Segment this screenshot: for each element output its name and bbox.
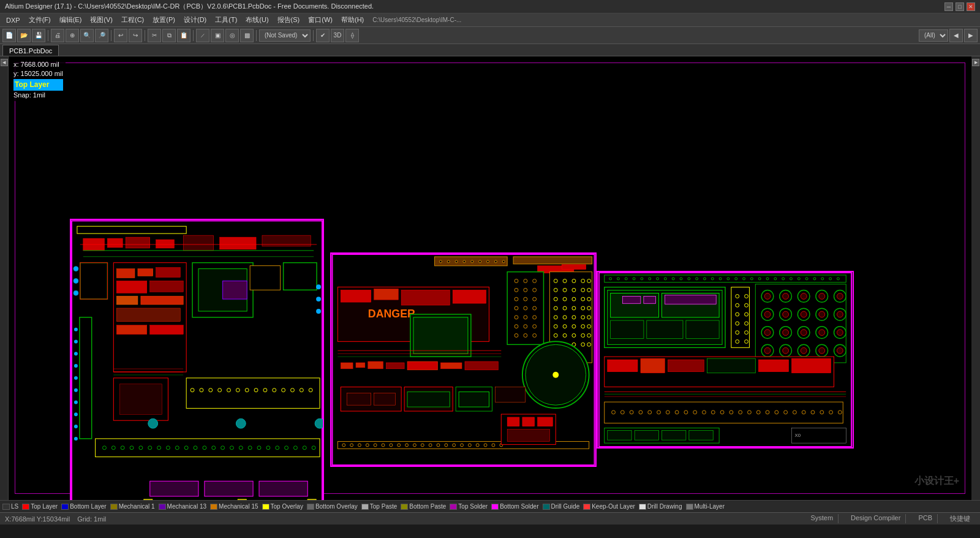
tb-via[interactable]: ◎: [225, 29, 239, 42]
svg-point-327: [764, 347, 771, 354]
layer-multi[interactable]: Multi-Layer: [686, 503, 725, 510]
layer-bottom-paste[interactable]: Bottom Paste: [401, 503, 446, 510]
status-pcb[interactable]: PCB: [913, 514, 938, 523]
tb-zoom-in[interactable]: 🔍: [80, 29, 94, 42]
tb-cut[interactable]: ✂: [148, 29, 161, 42]
svg-point-82: [248, 446, 252, 450]
tb-fill[interactable]: ▩: [240, 29, 254, 42]
menu-window[interactable]: 窗口(W): [304, 14, 336, 26]
svg-point-128: [524, 279, 527, 283]
svg-point-159: [554, 297, 557, 301]
tb-new[interactable]: 📄: [2, 29, 16, 42]
layer-top-paste[interactable]: Top Paste: [361, 503, 397, 510]
svg-point-78: [212, 446, 216, 450]
layer-top[interactable]: Top Layer: [22, 503, 58, 510]
left-panel-btn1[interactable]: ◀: [1, 59, 8, 66]
panel-collapse-btn[interactable]: ▶: [972, 59, 979, 66]
svg-point-99: [148, 419, 158, 428]
tb-zoom-fit[interactable]: ⊕: [66, 29, 79, 42]
svg-point-321: [801, 330, 807, 336]
status-system[interactable]: System: [805, 514, 839, 523]
status-shortcuts[interactable]: 快捷键: [945, 514, 975, 523]
svg-point-370: [820, 411, 824, 414]
svg-rect-31: [138, 269, 153, 276]
svg-rect-377: [689, 430, 713, 440]
svg-point-179: [554, 333, 557, 337]
layer-drill-drawing[interactable]: Drill Drawing: [639, 503, 682, 510]
svg-point-109: [463, 260, 466, 263]
svg-rect-224: [440, 363, 462, 369]
svg-point-77: [203, 446, 206, 450]
menu-view[interactable]: 视图(V): [86, 14, 116, 26]
layer-drill-guide[interactable]: Drill Guide: [543, 503, 580, 510]
tb-copy[interactable]: ⧉: [162, 29, 176, 42]
board2-circuit: DANGER: [331, 254, 595, 466]
menu-file[interactable]: 文件(F): [25, 14, 55, 26]
status-right: System Design Compiler PCB 快捷键: [805, 514, 975, 523]
layer-bottom[interactable]: Bottom Layer: [61, 503, 106, 510]
tb-open[interactable]: 📂: [17, 29, 31, 42]
menu-help[interactable]: 帮助(H): [337, 14, 368, 26]
tb-print[interactable]: 🖨: [51, 29, 64, 42]
svg-point-142: [514, 325, 518, 328]
tb-drc[interactable]: ✔: [316, 29, 330, 42]
menu-design[interactable]: 设计(D): [180, 14, 210, 26]
tb-component[interactable]: ▣: [211, 29, 224, 42]
not-saved-dropdown[interactable]: (Not Saved): [259, 29, 311, 42]
svg-point-164: [554, 306, 557, 310]
menu-project[interactable]: 工程(C): [118, 14, 148, 26]
svg-point-127: [514, 279, 518, 283]
tb-paste[interactable]: 📋: [177, 29, 190, 42]
tab-bar: PCB1.PcbDoc: [0, 44, 980, 56]
layer-top-color: [22, 504, 29, 510]
tb-wire[interactable]: ⟋: [196, 29, 209, 42]
layer-mech15-color: [210, 504, 217, 510]
layer-mech1[interactable]: Mechanical 1: [110, 503, 155, 510]
layer-top-solder[interactable]: Top Solder: [450, 503, 488, 510]
svg-point-173: [587, 316, 591, 319]
minimize-button[interactable]: ─: [944, 2, 953, 11]
menu-tools[interactable]: 工具(T): [211, 14, 241, 26]
svg-point-87: [293, 446, 297, 450]
menu-dxp[interactable]: DXP: [2, 15, 24, 25]
maximize-button[interactable]: □: [956, 2, 964, 11]
layer-bottom-solder[interactable]: Bottom Solder: [491, 503, 538, 510]
menu-place[interactable]: 放置(P): [149, 14, 179, 26]
tb-redo[interactable]: ↪: [129, 29, 142, 42]
svg-point-283: [736, 294, 739, 298]
tb-zoom-out[interactable]: 🔎: [95, 29, 108, 42]
layer-keepout[interactable]: Keep-Out Layer: [583, 503, 635, 510]
svg-point-270: [829, 278, 832, 280]
menu-edit[interactable]: 编辑(E): [56, 14, 86, 26]
svg-point-246: [641, 278, 643, 280]
status-design-compiler[interactable]: Design Compiler: [846, 514, 906, 523]
all-dropdown[interactable]: (All): [919, 29, 948, 42]
layer-ls[interactable]: LS: [2, 503, 18, 510]
tb-next-err[interactable]: ▶: [964, 29, 978, 42]
svg-rect-7: [183, 235, 214, 251]
layer-top-overlay[interactable]: Top Overlay: [262, 503, 303, 510]
svg-point-53: [209, 388, 213, 392]
svg-point-209: [453, 444, 456, 447]
svg-point-58: [254, 388, 258, 392]
layer-bottom-overlay[interactable]: Bottom Overlay: [307, 503, 358, 510]
tb-undo[interactable]: ↩: [114, 29, 127, 42]
menu-route[interactable]: 布线(U): [242, 14, 272, 26]
svg-point-100: [236, 419, 246, 428]
layer-mech15[interactable]: Mechanical 15: [210, 503, 258, 510]
tb-prev-err[interactable]: ◀: [949, 29, 963, 42]
layer-top-label: Top Layer: [31, 503, 58, 510]
close-button[interactable]: ✕: [967, 2, 975, 11]
svg-rect-229: [495, 387, 525, 402]
svg-rect-120: [341, 290, 371, 302]
menu-report[interactable]: 报告(S): [274, 14, 304, 26]
svg-point-254: [703, 278, 706, 280]
svg-point-157: [581, 288, 585, 292]
tb-save[interactable]: 💾: [32, 29, 45, 42]
svg-point-113: [494, 260, 497, 263]
tb-route-auto[interactable]: ⟠: [345, 29, 359, 42]
layer-mech13[interactable]: Mechanical 13: [159, 503, 206, 510]
tb-3d[interactable]: 3D: [331, 29, 344, 42]
tab-pcb1[interactable]: PCB1.PcbDoc: [2, 45, 59, 56]
canvas-area[interactable]: x: 7668.000 mil y: 15025.000 mil Top Lay…: [9, 56, 971, 500]
